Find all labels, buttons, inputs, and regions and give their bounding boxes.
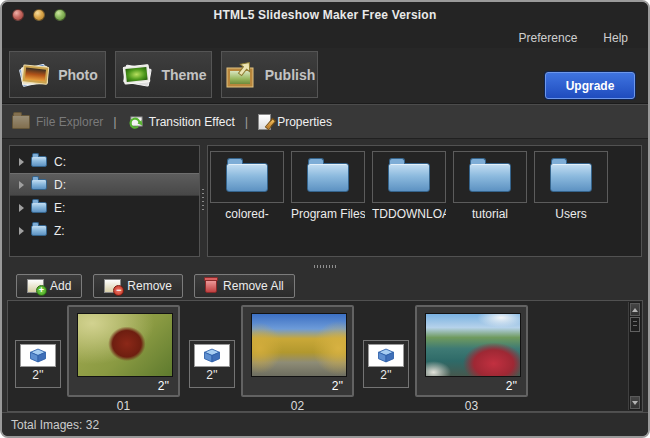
minimize-button[interactable] [33,9,45,21]
photo-thumbnail-1[interactable]: 2'' 01 [67,305,180,413]
scroll-down-button[interactable] [630,396,640,409]
folder-icon [226,163,268,192]
tab-strip: Photo Theme Publish [2,48,648,104]
status-bar: Total Images: 32 [2,412,648,436]
menu-bar: Preference Help [2,27,648,48]
tab-publish[interactable]: Publish [221,51,318,98]
vertical-splitter[interactable] [201,189,205,211]
remove-all-label: Remove All [223,279,284,293]
theme-icon [120,60,154,90]
folder-label: tutorial [453,207,527,221]
upgrade-label: Upgrade [566,79,615,93]
timeline-group-1: 2'' 2'' 01 [15,305,189,413]
photo-thumbnail-3[interactable]: 2'' 03 [415,305,528,413]
tab-theme[interactable]: Theme [115,51,212,98]
photo-action-bar: + Add − Remove Remove All [2,271,648,300]
folder-icon [388,163,430,192]
drive-label: D: [54,178,66,192]
expand-arrow-icon[interactable] [19,181,24,189]
toolbar-separator: | [113,114,116,129]
add-label: Add [50,279,71,293]
folder-label: TDDOWNLOA [372,207,446,221]
drive-folder-icon [31,225,47,236]
upgrade-button[interactable]: Upgrade [545,72,635,99]
toolbar-separator: | [245,114,248,129]
folder-browser-panel: colored- Program Files TDDOWNLOA tutoria… [207,145,642,257]
transition-button-1[interactable]: 2'' [15,340,61,388]
photo-duration: 2'' [158,379,169,393]
transition-cube-icon [201,348,223,363]
drive-folder-icon [31,202,47,213]
menu-preference[interactable]: Preference [519,31,578,45]
tree-item-z[interactable]: Z: [10,219,199,242]
drive-label: Z: [54,224,65,238]
tree-item-d[interactable]: D: [10,173,199,196]
scrollbar-thumb[interactable] [630,317,640,332]
transition-duration: 2'' [206,368,217,382]
properties-button[interactable]: Properties [258,114,332,130]
folder-item[interactable]: Program Files [291,151,365,221]
properties-label: Properties [277,115,332,129]
tree-item-e[interactable]: E: [10,196,199,219]
timeline-scrollbar[interactable] [628,302,641,410]
scroll-up-button[interactable] [630,303,640,316]
trash-icon [205,279,217,293]
drive-folder-icon [31,156,47,167]
transition-effect-button[interactable]: Transition Effect [127,114,235,130]
close-button[interactable] [12,9,24,21]
photo-thumbnail-2[interactable]: 2'' 02 [241,305,354,413]
photo-number: 02 [241,399,354,413]
photo-image-2 [251,313,347,377]
folder-icon [469,163,511,192]
folder-item[interactable]: TDDOWNLOA [372,151,446,221]
add-button[interactable]: + Add [16,274,82,298]
horizontal-splitter[interactable] [2,263,648,271]
expand-arrow-icon[interactable] [19,204,24,212]
transition-button-3[interactable]: 2'' [363,340,409,388]
transition-duration: 2'' [380,368,391,382]
transition-effect-icon [127,114,143,130]
folder-label: colored- [210,207,284,221]
photo-image-1 [77,313,173,377]
total-images-status: Total Images: 32 [11,418,99,432]
remove-all-button[interactable]: Remove All [194,274,295,298]
folder-icon [307,163,349,192]
folder-item[interactable]: colored- [210,151,284,221]
transition-cube-icon [27,348,49,363]
title-bar: HTML5 Slideshow Maker Free Version [2,2,648,27]
file-explorer-button[interactable]: File Explorer [12,115,103,129]
transition-effect-label: Transition Effect [149,115,235,129]
drive-label: E: [54,201,65,215]
remove-photo-icon: − [104,279,121,293]
folder-item[interactable]: Users [534,151,608,221]
folder-icon [550,163,592,192]
timeline-panel: 2'' 2'' 01 2'' [7,300,643,412]
remove-button[interactable]: − Remove [93,274,183,298]
tree-item-c[interactable]: C: [10,150,199,173]
publish-icon [224,60,258,90]
photo-image-3 [425,313,521,377]
up-arrow-icon [632,308,638,312]
zoom-button[interactable] [54,9,66,21]
folder-label: Users [534,207,608,221]
transition-button-2[interactable]: 2'' [189,340,235,388]
menu-help[interactable]: Help [603,31,628,45]
window-title: HTML5 Slideshow Maker Free Version [2,8,648,22]
expand-arrow-icon[interactable] [19,227,24,235]
drive-label: C: [54,155,66,169]
timeline-group-3: 2'' 2'' 03 [363,305,537,413]
expand-arrow-icon[interactable] [19,158,24,166]
splitter-grip-icon [314,265,336,268]
photo-duration: 2'' [506,379,517,393]
explorer-area: C: D: E: Z: [2,139,648,263]
drive-folder-icon [31,179,47,190]
drive-tree-panel: C: D: E: Z: [9,145,200,257]
add-photo-icon: + [27,279,44,293]
tab-photo-label: Photo [58,67,98,83]
timeline-group-2: 2'' 2'' 02 [189,305,363,413]
photo-number: 01 [67,399,180,413]
down-arrow-icon [632,401,638,405]
file-explorer-label: File Explorer [36,115,103,129]
folder-item[interactable]: tutorial [453,151,527,221]
tab-photo[interactable]: Photo [9,51,106,98]
